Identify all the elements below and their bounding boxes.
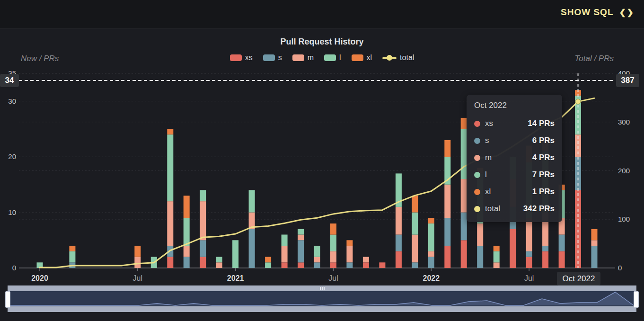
bar-segment-xs[interactable] [282,262,288,268]
bar-segment-m[interactable] [314,257,320,263]
bar-segment-xl[interactable] [412,196,418,212]
series-name: s [485,136,532,145]
axis-pointer-left-value: 34 [0,74,19,87]
bar-segment-xl[interactable] [265,257,271,263]
series-dot-icon [474,121,480,127]
bar-segment-s[interactable] [444,218,450,246]
series-name: total [485,204,523,214]
right-tick-200: 200 [618,167,630,175]
bar-segment-xs[interactable] [363,262,369,268]
bar-segment-s[interactable] [526,251,532,257]
bar-segment-m[interactable] [330,251,336,263]
bar-segment-s[interactable] [477,246,483,268]
series-value: 342 PRs [523,204,555,214]
bar-segment-l[interactable] [314,246,320,257]
bar-segment-l[interactable] [330,235,336,251]
bar-segment-xs[interactable] [167,257,173,268]
bar-segment-m[interactable] [428,251,434,257]
bar-segment-l[interactable] [265,262,271,268]
bar-segment-l[interactable] [249,190,255,213]
bar-segment-s[interactable] [591,246,598,268]
bar-segment-l[interactable] [428,223,434,251]
bar-segment-xs[interactable] [461,240,467,268]
bar-segment-l[interactable] [282,235,288,246]
series-value: 6 PRs [532,136,555,145]
x-tick-Jul: Jul [524,274,534,283]
bar-segment-m[interactable] [134,257,141,268]
bar-segment-m[interactable] [184,246,190,257]
bar-segment-xs[interactable] [542,251,548,268]
bar-segment-xl[interactable] [494,246,500,251]
bar-segment-m[interactable] [282,246,288,262]
bar-segment-xs[interactable] [559,251,565,268]
bar-segment-s[interactable] [396,235,402,251]
bar-segment-xs[interactable] [379,262,385,268]
datazoom-slider[interactable] [7,285,637,312]
bar-segment-xl[interactable] [461,118,467,129]
bar-segment-m[interactable] [494,262,500,268]
bar-segment-m[interactable] [396,207,402,235]
bar-segment-xs[interactable] [444,246,450,268]
tooltip-row-s: s6 PRs [474,132,555,149]
bar-segment-xl[interactable] [346,240,353,246]
x-tick-2021: 2021 [227,274,244,283]
bar-segment-s[interactable] [200,240,206,257]
bar-segment-m[interactable] [363,257,369,263]
bar-segment-m[interactable] [200,201,206,240]
series-dot-icon [474,138,480,144]
bar-segment-s[interactable] [314,262,320,268]
bar-segment-l[interactable] [232,240,238,268]
bar-segment-s[interactable] [559,235,565,251]
bar-segment-s[interactable] [346,262,353,268]
slider-handle-left[interactable] [5,291,10,308]
bar-segment-xs[interactable] [330,262,336,268]
bar-segment-m[interactable] [461,179,467,213]
bar-segment-l[interactable] [200,190,206,202]
x-tick-Jul: Jul [133,274,142,283]
slider-rail-bottom[interactable] [8,306,636,312]
bar-segment-xl[interactable] [444,140,450,157]
bar-segment-xs[interactable] [200,257,206,268]
bar-segment-l[interactable] [184,218,190,246]
bar-segment-s[interactable] [461,213,467,241]
bar-segment-l[interactable] [494,251,500,263]
slider-handle-right[interactable] [634,291,639,308]
bar-segment-m[interactable] [216,262,222,268]
bar-segment-xs[interactable] [510,229,516,268]
bar-segment-l[interactable] [167,134,173,201]
bar-segment-l[interactable] [69,251,75,263]
bar-segment-l[interactable] [216,257,222,263]
bar-segment-s[interactable] [428,257,434,268]
bar-segment-s[interactable] [249,229,255,268]
bar-segment-m[interactable] [412,235,418,263]
bar-segment-xl[interactable] [134,246,141,257]
bar-segment-m[interactable] [526,218,532,251]
bar-segment-xl[interactable] [69,246,75,251]
right-tick-0: 0 [618,264,622,272]
bar-segment-s[interactable] [184,257,190,268]
bar-segment-s[interactable] [412,262,418,268]
bar-segment-m[interactable] [591,240,598,246]
bar-segment-xl[interactable] [428,218,434,223]
bar-segment-xl[interactable] [330,223,336,235]
bar-segment-xs[interactable] [396,251,402,268]
bar-segment-s[interactable] [542,246,548,251]
bar-segment-m[interactable] [346,246,353,262]
bar-segment-l[interactable] [461,129,467,179]
bar-segment-xs[interactable] [526,257,532,268]
bar-segment-l[interactable] [412,213,418,235]
bar-segment-m[interactable] [167,201,173,246]
series-dot-icon [474,189,480,195]
bar-segment-xl[interactable] [591,229,598,241]
bar-segment-s[interactable] [298,240,304,262]
bar-segment-xs[interactable] [298,262,304,268]
bar-segment-l[interactable] [298,229,304,235]
bar-segment-xl[interactable] [167,129,173,134]
slider-center-grip[interactable] [320,287,325,290]
bar-segment-xl[interactable] [184,196,190,218]
bar-segment-m[interactable] [298,235,304,241]
series-name: xs [485,119,528,128]
bar-segment-m[interactable] [444,185,450,218]
series-value: 1 PRs [532,187,555,196]
bar-segment-m[interactable] [477,223,483,246]
